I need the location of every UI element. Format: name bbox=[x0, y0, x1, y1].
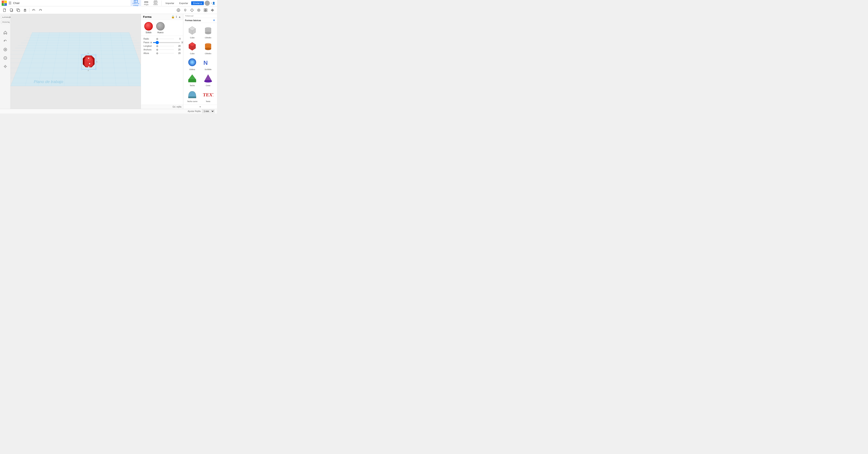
prop-radio-dot[interactable] bbox=[156, 38, 158, 40]
shape-cubo-gray[interactable]: Cubo bbox=[185, 24, 200, 40]
shape-techo-curvo[interactable]: Techo curvo bbox=[185, 88, 200, 103]
zoom-out-button[interactable] bbox=[2, 55, 9, 61]
solid-circle bbox=[144, 22, 153, 31]
prop-pasos-slider[interactable] bbox=[153, 42, 180, 43]
prop-longitud-dot[interactable] bbox=[156, 45, 158, 47]
light-button[interactable] bbox=[182, 7, 188, 13]
prop-pasos-value: 10 bbox=[181, 41, 183, 44]
shape-cubo-red[interactable]: Cubo bbox=[185, 40, 200, 56]
svg-rect-23 bbox=[10, 9, 12, 11]
shape-cubo-gray-label: Cubo bbox=[190, 37, 194, 39]
grid-button[interactable] bbox=[203, 7, 209, 13]
bottom-bar: Ajustar Rejilla 1 mm 2 mm 5 mm 10 mm bbox=[0, 109, 217, 114]
shape-techo[interactable]: Techo bbox=[185, 72, 200, 88]
svg-rect-25 bbox=[18, 9, 20, 12]
svg-marker-48 bbox=[4, 31, 7, 34]
prop-altura-value: 20 bbox=[175, 52, 181, 55]
shape-techo-curvo-label: Techo curvo bbox=[187, 100, 197, 102]
shapes-grid: Cubo Cilindro Cubo Cilindro Esfera bbox=[183, 23, 217, 105]
grid-size-select[interactable]: 1 mm 2 mm 5 mm 10 mm bbox=[202, 109, 214, 113]
mirror-button[interactable] bbox=[209, 7, 215, 13]
top-right-toolbar: Plano detrabajo Regla Notes Importar Exp… bbox=[130, 0, 215, 7]
zoom-in-button[interactable] bbox=[2, 46, 9, 53]
prop-anchura-dot[interactable] bbox=[156, 49, 158, 51]
hole-type[interactable]: Hueco bbox=[156, 22, 165, 34]
svg-text:↻: ↻ bbox=[96, 61, 98, 63]
svg-rect-43 bbox=[204, 10, 205, 12]
home-button[interactable] bbox=[2, 29, 9, 36]
shape-button[interactable] bbox=[189, 7, 195, 13]
tab-ruler[interactable]: Regla bbox=[142, 0, 151, 6]
lock-icon[interactable]: 🔒 bbox=[171, 15, 175, 19]
solid-label: Sólido bbox=[146, 31, 152, 34]
svg-point-39 bbox=[197, 9, 200, 11]
collapse-icon[interactable]: ▲ bbox=[178, 15, 181, 19]
svg-rect-100 bbox=[95, 69, 96, 70]
new-button[interactable] bbox=[2, 7, 8, 13]
shapes-dropdown-icon[interactable]: ▼ bbox=[213, 19, 215, 22]
shape-cilindro-orange[interactable]: Cilindro bbox=[200, 40, 216, 56]
svg-rect-41 bbox=[204, 9, 205, 10]
import-button[interactable]: Importar bbox=[163, 1, 176, 5]
circle-button[interactable] bbox=[196, 7, 202, 13]
shape-techo-label: Techo bbox=[190, 85, 195, 87]
canvas[interactable]: Plano de trabajo bbox=[10, 14, 141, 109]
toolbar bbox=[0, 6, 217, 14]
prop-pasos: Pasos 10 bbox=[144, 41, 181, 44]
svg-rect-97 bbox=[81, 55, 82, 55]
shape-esfera[interactable]: Esfera bbox=[185, 56, 200, 71]
svg-text:N: N bbox=[204, 60, 208, 66]
tab-notes[interactable]: Notes bbox=[151, 0, 160, 6]
info-icon[interactable]: ℹ bbox=[176, 15, 177, 19]
tab-workplane[interactable]: Plano detrabajo bbox=[130, 0, 141, 7]
prop-altura-label: Altura bbox=[144, 52, 155, 55]
svg-rect-42 bbox=[206, 9, 207, 10]
shape-cono-label: Cono bbox=[206, 85, 211, 87]
svg-rect-10 bbox=[145, 1, 148, 3]
workplane-grid: Plano de trabajo bbox=[10, 14, 141, 109]
svg-rect-26 bbox=[24, 9, 26, 11]
add-user-icon[interactable]: +👤 bbox=[211, 2, 215, 5]
hole-label: Hueco bbox=[157, 31, 164, 34]
community-button[interactable] bbox=[176, 7, 181, 13]
shape-cono[interactable]: Cono bbox=[200, 72, 216, 88]
user-avatar[interactable] bbox=[205, 1, 210, 6]
svg-point-55 bbox=[5, 66, 5, 67]
delete-button[interactable] bbox=[22, 7, 28, 13]
shapes-library: Tinkercad Formas básicas ▼ Cubo Cilindro… bbox=[183, 14, 217, 109]
shape-cilindro-gray[interactable]: Cilindro bbox=[200, 24, 216, 40]
prop-altura-dot[interactable] bbox=[156, 53, 158, 54]
svg-text:TEXT: TEXT bbox=[203, 92, 214, 97]
svg-marker-47 bbox=[213, 9, 214, 11]
hole-circle bbox=[156, 22, 165, 31]
send-button[interactable]: Enviar a bbox=[191, 1, 204, 5]
redo-button[interactable] bbox=[37, 7, 43, 13]
rotate-button[interactable] bbox=[2, 38, 9, 44]
svg-rect-92 bbox=[88, 66, 89, 67]
svg-rect-7 bbox=[134, 0, 137, 3]
duplicate-button[interactable] bbox=[15, 7, 21, 13]
toolbar-right bbox=[176, 7, 215, 13]
svg-rect-90 bbox=[88, 58, 89, 59]
fit-button[interactable] bbox=[2, 63, 9, 70]
shape-panel-title: Forma bbox=[143, 15, 152, 19]
svg-point-35 bbox=[184, 9, 186, 11]
svg-point-119 bbox=[204, 80, 212, 83]
prop-anchura-label: Anchura bbox=[144, 48, 155, 51]
prop-radio: Radio 0 bbox=[144, 38, 181, 40]
shape-scribble[interactable]: N Scribble bbox=[200, 56, 216, 71]
shape-texto[interactable]: TEXT Texto bbox=[200, 88, 216, 103]
scroll-down-indicator[interactable]: ▼ bbox=[183, 105, 217, 109]
copy-design-button[interactable] bbox=[8, 7, 14, 13]
menu-icon[interactable]: ☰ bbox=[8, 1, 11, 5]
export-button[interactable]: Exportar bbox=[177, 1, 190, 5]
prop-pasos-label: Pasos bbox=[144, 41, 149, 44]
solid-type[interactable]: Sólido bbox=[144, 22, 153, 34]
view-superior[interactable]: SUPERIOR bbox=[1, 16, 9, 19]
shape-cilindro-orange-label: Cilindro bbox=[205, 53, 211, 55]
svg-point-19 bbox=[207, 2, 208, 3]
prop-pasos-dot[interactable] bbox=[151, 42, 152, 43]
undo-button[interactable] bbox=[31, 7, 37, 13]
view-frontal[interactable]: FRONTAL bbox=[1, 21, 9, 24]
svg-point-112 bbox=[205, 48, 211, 50]
